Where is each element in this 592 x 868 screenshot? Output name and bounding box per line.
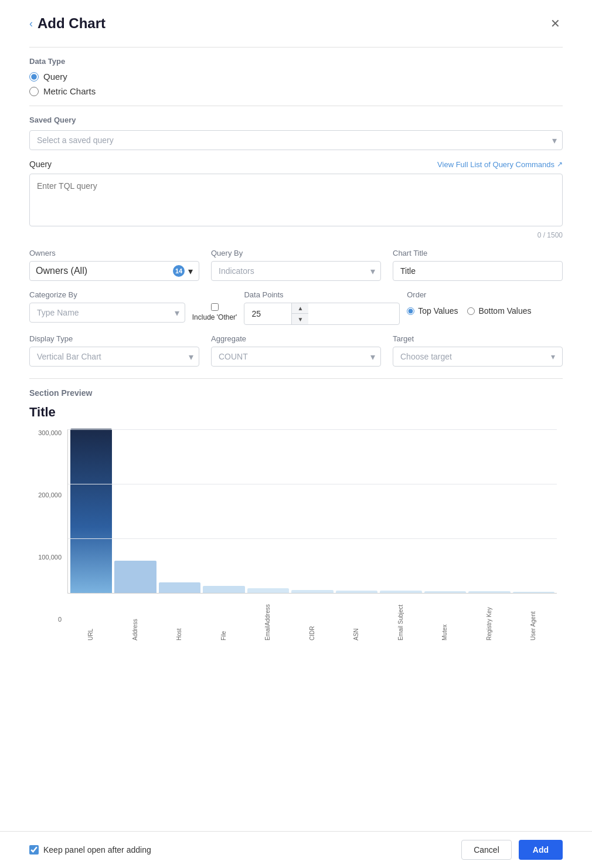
bar-address xyxy=(114,561,156,593)
target-chevron-icon: ▾ xyxy=(551,352,555,361)
owners-chevron-icon: ▾ xyxy=(188,266,193,277)
target-placeholder: Choose target xyxy=(400,352,452,361)
display-type-select[interactable]: Vertical Bar Chart xyxy=(29,347,199,367)
owners-value: Owners (All) xyxy=(36,266,87,276)
bar-file-rect xyxy=(203,586,244,593)
query-commands-link[interactable]: View Full List of Query Commands ↗ xyxy=(437,160,563,169)
include-other-checkbox[interactable] xyxy=(211,303,219,311)
aggregate-group: Aggregate COUNT ▾ xyxy=(211,334,381,367)
bar-asn xyxy=(336,591,377,593)
data-type-section: Data Type Query Metric Charts xyxy=(29,57,563,96)
y-label-0: 0 xyxy=(29,616,62,623)
bar-file xyxy=(203,586,244,593)
y-axis: 0 100,000 200,000 300,000 xyxy=(29,429,62,623)
x-label-url: URL xyxy=(70,594,112,640)
query-by-label: Query By xyxy=(211,249,381,257)
footer: Keep panel open after adding Cancel Add xyxy=(0,831,592,868)
bar-host xyxy=(159,582,200,593)
query-counter: 0 / 1500 xyxy=(29,231,563,239)
bar-emailaddress-rect xyxy=(247,588,289,593)
query-textarea[interactable] xyxy=(29,174,563,226)
data-points-increment[interactable]: ▲ xyxy=(292,303,308,314)
section-preview: Section Preview Title 0 100,000 200,000 … xyxy=(29,378,563,640)
order-bottom-values[interactable]: Bottom Values xyxy=(467,306,531,316)
categorize-by-select-wrapper: Type Name ▾ xyxy=(29,303,185,323)
x-label-address: Address xyxy=(114,594,156,640)
grid-line-top xyxy=(68,429,557,430)
owners-select[interactable]: Owners (All) 14 ▾ xyxy=(29,261,199,281)
bar-host-rect xyxy=(159,582,200,593)
include-other-group: Include 'Other' xyxy=(192,290,237,321)
query-by-select[interactable]: Indicators xyxy=(211,261,381,281)
bar-url-rect xyxy=(70,429,112,593)
bar-registry-key xyxy=(468,591,510,593)
saved-query-select-wrapper: Select a saved query ▾ xyxy=(29,130,563,150)
aggregate-select[interactable]: COUNT xyxy=(211,347,381,367)
back-arrow[interactable]: ‹ xyxy=(29,18,33,30)
data-points-group: Data Points ▲ ▼ xyxy=(244,290,400,325)
order-top-values[interactable]: Top Values xyxy=(407,306,458,316)
bar-address-rect xyxy=(114,561,156,593)
include-other-label: Include 'Other' xyxy=(192,313,237,321)
bar-user-agent xyxy=(513,592,554,593)
radio-query[interactable]: Query xyxy=(29,72,563,82)
bar-url xyxy=(70,429,112,593)
data-points-label: Data Points xyxy=(244,290,400,299)
grid-line-2 xyxy=(68,484,557,484)
data-points-input[interactable] xyxy=(244,304,291,323)
y-label-200k: 200,000 xyxy=(29,491,62,499)
saved-query-section: Saved Query Select a saved query ▾ xyxy=(29,116,563,150)
bar-cidr-rect xyxy=(291,590,333,593)
x-label-cidr: CIDR xyxy=(291,594,334,640)
bar-mutex-rect xyxy=(424,591,466,593)
owners-badge: 14 xyxy=(173,265,185,277)
chart-preview-title: Title xyxy=(29,405,563,420)
page-title: Add Chart xyxy=(38,15,106,32)
x-label-file: File xyxy=(203,594,245,640)
display-type-label: Display Type xyxy=(29,334,199,343)
data-points-input-wrap: ▲ ▼ xyxy=(244,303,400,325)
radio-metric-charts[interactable]: Metric Charts xyxy=(29,86,563,96)
section-preview-label: Section Preview xyxy=(29,388,563,398)
aggregate-select-wrapper: COUNT ▾ xyxy=(211,347,381,367)
bar-user-agent-rect xyxy=(513,592,554,593)
order-top-values-label: Top Values xyxy=(418,306,458,316)
x-label-emailaddress: EmailAddress xyxy=(247,594,289,640)
bar-registry-key-rect xyxy=(468,591,510,593)
aggregate-label: Aggregate xyxy=(211,334,381,343)
display-type-group: Display Type Vertical Bar Chart ▾ xyxy=(29,334,199,367)
owners-group: Owners Owners (All) 14 ▾ xyxy=(29,249,199,281)
x-axis: URL Address Host File EmailAddress CIDR … xyxy=(67,594,557,640)
radio-query-label: Query xyxy=(43,72,67,82)
categorize-by-label: Categorize By xyxy=(29,290,185,299)
x-label-host: Host xyxy=(158,594,200,640)
y-label-300k: 300,000 xyxy=(29,429,62,436)
x-label-registry-key: Registry Key xyxy=(468,594,511,640)
keep-open-text: Keep panel open after adding xyxy=(43,845,151,855)
radio-metric-charts-label: Metric Charts xyxy=(43,86,96,96)
keep-open-label[interactable]: Keep panel open after adding xyxy=(29,845,151,855)
cancel-button[interactable]: Cancel xyxy=(461,840,512,860)
bar-asn-rect xyxy=(336,591,377,593)
query-commands-link-text: View Full List of Query Commands xyxy=(437,160,554,169)
saved-query-label: Saved Query xyxy=(29,116,563,124)
chart-bars-area xyxy=(67,429,557,594)
order-label: Order xyxy=(407,290,563,299)
close-button[interactable]: ✕ xyxy=(548,14,563,33)
target-label: Target xyxy=(393,334,563,343)
order-group: Order Top Values Bottom Values xyxy=(407,290,563,316)
bar-email-subject xyxy=(380,591,421,593)
data-points-decrement[interactable]: ▼ xyxy=(292,314,308,324)
order-bottom-values-label: Bottom Values xyxy=(478,306,531,316)
saved-query-select[interactable]: Select a saved query xyxy=(29,130,563,150)
add-button[interactable]: Add xyxy=(519,840,563,860)
keep-open-checkbox[interactable] xyxy=(29,845,39,855)
query-by-select-wrapper: Indicators ▾ xyxy=(211,261,381,281)
x-label-mutex: Mutex xyxy=(424,594,466,640)
chart-title-input[interactable] xyxy=(393,261,563,281)
categorize-by-select[interactable]: Type Name xyxy=(29,303,185,323)
categorize-by-group: Categorize By Type Name ▾ xyxy=(29,290,185,323)
data-type-label: Data Type xyxy=(29,57,563,66)
chart-title-group: Chart Title xyxy=(393,249,563,281)
target-select[interactable]: Choose target ▾ xyxy=(393,347,563,367)
